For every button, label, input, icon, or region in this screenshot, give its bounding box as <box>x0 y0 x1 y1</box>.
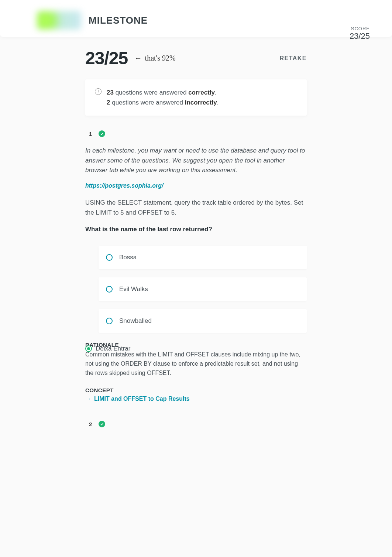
header-bar: MILESTONE SCORE 23/25 <box>0 0 392 37</box>
concept-link-text: LIMIT and OFFSET to Cap Results <box>94 396 190 402</box>
thats-text: that's 92% <box>145 54 176 62</box>
logo-blur <box>37 11 81 30</box>
content: 23/25 ← that's 92% RETAKE i 23 questions… <box>67 48 325 458</box>
correct-count: 23 <box>107 89 114 96</box>
page-title: MILESTONE <box>89 15 148 26</box>
question-number: 2 <box>89 421 92 427</box>
summary-mid1: questions were answered <box>114 89 188 96</box>
thats-percent: ← that's 92% <box>134 54 176 62</box>
radio-icon <box>106 254 113 261</box>
correct-badge-icon <box>99 130 105 137</box>
concept-label: CONCEPT <box>85 387 307 393</box>
score-row: 23/25 ← that's 92% RETAKE <box>85 48 307 68</box>
answer-list: Bossa Evil Walks Snowballed <box>85 246 307 333</box>
concept-section: CONCEPT → LIMIT and OFFSET to Cap Result… <box>85 387 307 402</box>
question-2-header: 2 <box>85 421 307 427</box>
correct-answer-text: Deixa Entrar <box>96 345 130 352</box>
rationale-text: Common mistakes with the LIMIT and OFFSE… <box>85 350 307 377</box>
summary-text: 23 questions were answered correctly. 2 … <box>107 88 219 107</box>
summary-box: i 23 questions were answered correctly. … <box>85 79 307 116</box>
answer-option-snowballed[interactable]: Snowballed <box>99 309 307 333</box>
summary-mid2: questions were answered <box>110 99 185 106</box>
rationale-section: RATIONALE Deixa Entrar Common mistakes w… <box>85 342 307 377</box>
header-top: MILESTONE <box>37 11 370 30</box>
question-prompt: What is the name of the last row returne… <box>85 226 307 233</box>
score-block: SCORE 23/25 <box>350 26 370 41</box>
score-value: 23/25 <box>350 31 370 41</box>
radio-icon <box>106 286 113 293</box>
summary-bold2: incorrectly <box>185 99 217 106</box>
question-number: 1 <box>89 131 92 137</box>
summary-bold1: correctly <box>188 89 215 96</box>
answer-option-evil-walks[interactable]: Evil Walks <box>99 277 307 301</box>
instruction-text: In each milestone, you may want or need … <box>85 146 307 175</box>
answer-label: Snowballed <box>119 317 152 325</box>
correct-answer-overlay: Deixa Entrar <box>85 345 130 352</box>
database-link[interactable]: https://postgres.sophia.org/ <box>85 182 307 189</box>
arrow-left-icon: ← <box>134 54 142 62</box>
arrow-right-icon: → <box>85 396 91 402</box>
radio-selected-icon <box>85 345 92 352</box>
info-icon: i <box>95 88 102 95</box>
answer-option-bossa[interactable]: Bossa <box>99 246 307 269</box>
question-1-header: 1 <box>85 130 307 137</box>
concept-link[interactable]: → LIMIT and OFFSET to Cap Results <box>85 396 307 402</box>
big-score: 23/25 <box>85 48 128 68</box>
answer-label: Bossa <box>119 254 137 261</box>
retake-button[interactable]: RETAKE <box>279 55 307 62</box>
radio-icon <box>106 318 113 324</box>
correct-badge-icon <box>99 421 105 427</box>
answer-label: Evil Walks <box>119 286 148 293</box>
question-body: USING the SELECT statement, query the tr… <box>85 198 307 218</box>
score-label: SCORE <box>350 26 370 31</box>
